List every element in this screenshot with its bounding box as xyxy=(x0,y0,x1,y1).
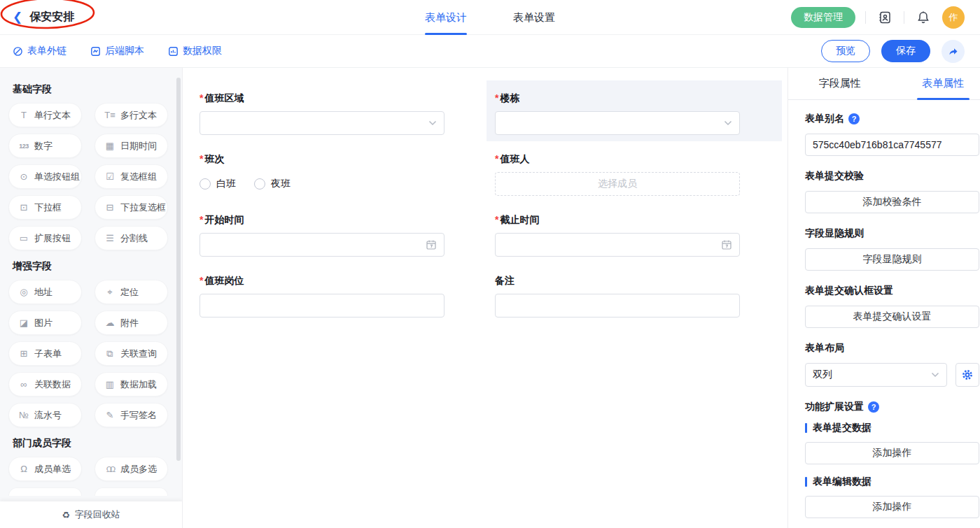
field-type-label: 多行文本 xyxy=(120,109,157,122)
field-type-item[interactable]: ☰分割线 xyxy=(94,226,168,250)
field-type-icon: ∞ xyxy=(18,379,29,390)
field-duty-area[interactable]: *值班区域 xyxy=(191,80,486,141)
field-shift[interactable]: *班次 白班 夜班 xyxy=(191,141,486,202)
contacts-book-icon[interactable] xyxy=(876,8,894,27)
field-type-label: 单行文本 xyxy=(34,109,71,122)
field-type-item[interactable]: ☁附件 xyxy=(94,311,168,335)
field-type-label: 流水号 xyxy=(34,409,62,422)
divider xyxy=(904,11,904,24)
notification-bell-icon[interactable] xyxy=(914,8,932,27)
radio-day-shift[interactable]: 白班 xyxy=(200,178,236,190)
form-alias-label: 表单别名 ? xyxy=(805,113,979,125)
preview-button[interactable]: 预览 xyxy=(821,40,870,62)
field-type-icon: ⊡ xyxy=(18,202,29,213)
field-duty-person[interactable]: *值班人 选择成员 xyxy=(486,141,782,202)
confirm-box-button[interactable]: 表单提交确认设置 xyxy=(805,306,979,328)
field-type-item[interactable]: ✎手写签名 xyxy=(94,403,168,427)
tab-form-properties[interactable]: 表单属性 xyxy=(892,68,980,99)
field-type-item[interactable]: T≡多行文本 xyxy=(94,103,168,127)
submit-data-add-button[interactable]: 添加操作 xyxy=(805,442,979,464)
toolbar-link-label: 后端脚本 xyxy=(105,45,144,57)
field-type-item-partial[interactable] xyxy=(94,487,168,496)
required-mark: * xyxy=(200,92,203,104)
basic-fields-list: T单行文本T≡多行文本123数字▦日期时间⊙单选按钮组☑复选框组⊡下拉框⊟下拉复… xyxy=(8,103,182,250)
duty-post-input[interactable] xyxy=(200,294,444,317)
field-label: *楼栋 xyxy=(495,92,740,105)
field-duty-post[interactable]: *值班岗位 xyxy=(191,263,486,324)
extensions-label: 功能扩展设置 ? xyxy=(805,401,979,413)
visibility-rules-button[interactable]: 字段显隐规则 xyxy=(805,248,979,271)
field-remark[interactable]: 备注 xyxy=(486,263,782,324)
clipped-fields-row xyxy=(8,487,182,496)
field-type-item[interactable]: ⊞子表单 xyxy=(8,341,82,366)
tab-form-design[interactable]: 表单设计 xyxy=(425,0,467,35)
field-type-item[interactable]: 123数字 xyxy=(8,134,82,158)
radio-night-shift[interactable]: 夜班 xyxy=(254,178,290,190)
field-type-label: 地址 xyxy=(34,286,52,299)
field-type-item[interactable]: ▭扩展按钮 xyxy=(8,226,82,250)
field-palette-sidebar: 基础字段 T单行文本T≡多行文本123数字▦日期时间⊙单选按钮组☑复选框组⊡下拉… xyxy=(0,68,182,528)
field-type-icon: ◪ xyxy=(18,317,29,328)
member-picker[interactable]: 选择成员 xyxy=(495,172,740,196)
field-type-label: 日期时间 xyxy=(120,140,157,152)
form-grid: *值班区域 *楼栋 xyxy=(191,80,782,324)
field-type-item[interactable]: Ω成员单选 xyxy=(8,457,82,481)
field-type-item[interactable]: №流水号 xyxy=(8,403,82,427)
edit-data-add-button[interactable]: 添加操作 xyxy=(805,496,979,518)
question-help-icon[interactable]: ? xyxy=(868,401,879,413)
field-building[interactable]: *楼栋 xyxy=(486,80,782,141)
required-mark: * xyxy=(200,214,203,225)
radio-label: 夜班 xyxy=(271,178,290,190)
confirm-box-label: 表单提交确认框设置 xyxy=(805,285,979,297)
sidebar-scrollbar[interactable] xyxy=(176,78,181,461)
chevron-left-icon[interactable]: ❮ xyxy=(13,11,22,23)
field-type-item[interactable]: ▦日期时间 xyxy=(94,134,168,158)
required-mark: * xyxy=(495,92,498,104)
field-type-item[interactable]: ⌖定位 xyxy=(94,280,168,304)
layout-select[interactable]: 双列 xyxy=(805,363,947,387)
gear-icon xyxy=(961,369,974,381)
field-recycle-bin[interactable]: ♻ 字段回收站 xyxy=(0,501,182,528)
field-type-item[interactable]: ◎地址 xyxy=(8,280,82,304)
submit-validation-label: 表单提交校验 xyxy=(805,170,979,183)
share-arrow-icon[interactable] xyxy=(941,40,965,63)
field-end-time[interactable]: *截止时间 xyxy=(486,202,782,263)
field-type-item[interactable]: ☑复选框组 xyxy=(94,164,168,189)
form-alias-input[interactable] xyxy=(805,134,979,156)
question-help-icon[interactable]: ? xyxy=(848,113,860,124)
remark-input[interactable] xyxy=(495,294,740,317)
field-type-item[interactable]: ⊙单选按钮组 xyxy=(8,164,82,189)
save-button[interactable]: 保存 xyxy=(881,40,930,62)
field-type-item[interactable]: ▥数据加载 xyxy=(94,372,168,397)
edit-data-subhead: 表单编辑数据 xyxy=(805,476,979,488)
avatar[interactable]: 作 xyxy=(942,6,965,29)
duty-area-select[interactable] xyxy=(200,111,444,135)
backend-script-item[interactable]: 后端脚本 xyxy=(90,45,144,57)
end-time-input[interactable] xyxy=(495,233,740,257)
field-type-item[interactable]: T单行文本 xyxy=(8,103,82,127)
field-type-icon: ☑ xyxy=(104,171,115,182)
field-start-time[interactable]: *开始时间 xyxy=(191,202,486,263)
field-type-label: 数据加载 xyxy=(120,378,157,391)
tab-form-settings[interactable]: 表单设置 xyxy=(513,0,555,35)
start-time-input[interactable] xyxy=(200,233,444,257)
field-type-item[interactable]: ⧉关联查询 xyxy=(94,341,168,366)
field-type-item[interactable]: ◪图片 xyxy=(8,311,82,335)
add-validation-button[interactable]: 添加校验条件 xyxy=(805,191,979,213)
field-type-item[interactable]: ⊡下拉框 xyxy=(8,195,82,220)
data-permission-item[interactable]: 数据权限 xyxy=(168,45,222,57)
layout-gear-button[interactable] xyxy=(955,363,979,387)
field-label: *值班区域 xyxy=(200,92,444,105)
field-label: *值班岗位 xyxy=(200,275,444,287)
header-back-group[interactable]: ❮ 保安安排 xyxy=(0,10,74,24)
shift-radio-group: 白班 夜班 xyxy=(200,172,444,196)
field-type-item[interactable]: ∞关联数据 xyxy=(8,372,82,397)
app-header: ❮ 保安安排 表单设计 表单设置 数据管理 xyxy=(0,0,980,35)
building-select[interactable] xyxy=(495,111,740,135)
field-type-item[interactable]: ΩΩ成员多选 xyxy=(94,457,168,481)
external-link-item[interactable]: 表单外链 xyxy=(13,45,66,57)
tab-field-properties[interactable]: 字段属性 xyxy=(788,68,892,99)
field-type-item[interactable]: ⊟下拉复选框 xyxy=(94,195,168,220)
field-type-item-partial[interactable] xyxy=(8,487,82,496)
data-manage-button[interactable]: 数据管理 xyxy=(791,7,855,28)
